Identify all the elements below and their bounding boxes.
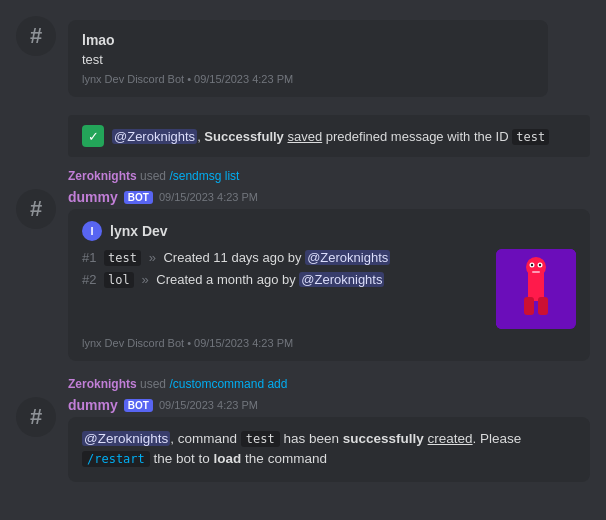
- success-text: @Zeroknights, Successfully saved predefi…: [112, 129, 549, 144]
- svg-rect-9: [532, 271, 540, 273]
- item-name-1: test: [104, 250, 141, 266]
- item-num-2: #2: [82, 272, 96, 287]
- message-block-4: Zeroknights used /customcommand add # du…: [16, 377, 590, 486]
- message-footer: lynx Dev Discord Bot • 09/15/2023 4:23 P…: [82, 73, 534, 85]
- message-body: test: [82, 52, 534, 67]
- command-text: @Zeroknights, command test has been succ…: [82, 429, 576, 470]
- embed-list: #1 test » Created 11 days ago by @Zerokn…: [82, 249, 484, 289]
- success-message: ✓ @Zeroknights, Successfully saved prede…: [68, 115, 590, 157]
- message-block-2: ✓ @Zeroknights, Successfully saved prede…: [16, 113, 590, 157]
- slash-command-1: /sendmsg list: [169, 169, 239, 183]
- bot-username-3: dummy: [68, 189, 118, 205]
- arrow-2: »: [141, 272, 152, 287]
- avatar: #: [16, 16, 56, 56]
- avatar-3: #: [16, 189, 56, 229]
- message-content-3: dummy BOT 09/15/2023 4:23 PM l lynx Dev …: [68, 189, 590, 361]
- message-group-3: # dummy BOT 09/15/2023 4:23 PM l lynx De…: [16, 185, 590, 365]
- system-message-box: lmao test lynx Dev Discord Bot • 09/15/2…: [68, 20, 548, 97]
- chat-container: # lmao test lynx Dev Discord Bot • 09/15…: [0, 0, 606, 510]
- slash-used-label-2: used: [140, 377, 169, 391]
- embed-item-1: #1 test » Created 11 days ago by @Zerokn…: [82, 249, 484, 267]
- slash-username-1: Zeroknights: [68, 169, 137, 183]
- bot-message-box-3: l lynx Dev #1 test » Created 11 days ago…: [68, 209, 590, 361]
- item-label-1: Created 11 days ago by: [163, 250, 305, 265]
- success-row: ✓ @Zeroknights, Successfully saved prede…: [16, 115, 590, 157]
- slash-used-row-2: Zeroknights used /customcommand add: [16, 377, 590, 391]
- timestamp-3: 09/15/2023 4:23 PM: [159, 191, 258, 203]
- response-slash-restart: /restart: [82, 451, 150, 467]
- svg-rect-2: [524, 297, 534, 315]
- item-mention-2: @Zeroknights: [299, 272, 384, 287]
- embed-title: lynx Dev: [110, 223, 168, 239]
- item-num-1: #1: [82, 250, 96, 265]
- message-group-4: # dummy BOT 09/15/2023 4:23 PM @Zeroknig…: [16, 393, 590, 486]
- response-bold-load: load: [214, 451, 242, 466]
- item-mention-1: @Zeroknights: [305, 250, 390, 265]
- message-group-1: # lmao test lynx Dev Discord Bot • 09/15…: [16, 12, 590, 101]
- slash-used-row-1: Zeroknights used /sendmsg list: [16, 169, 590, 183]
- svg-point-8: [539, 264, 541, 266]
- embed-thumbnail: [496, 249, 576, 329]
- arrow-1: »: [149, 250, 160, 265]
- embed-footer: lynx Dev Discord Bot • 09/15/2023 4:23 P…: [82, 337, 576, 349]
- item-name-2: lol: [104, 272, 134, 288]
- slash-command-2: /customcommand add: [169, 377, 287, 391]
- embed-item-2: #2 lol » Created a month ago by @Zerokni…: [82, 271, 484, 289]
- mention-zeroknights: @Zeroknights: [112, 129, 197, 144]
- underline-saved: saved: [287, 129, 322, 144]
- message-title: lmao: [82, 32, 534, 48]
- message-header-3: dummy BOT 09/15/2023 4:23 PM: [68, 189, 590, 205]
- timestamp-4: 09/15/2023 4:23 PM: [159, 399, 258, 411]
- response-underline-created: created: [428, 431, 473, 446]
- thumbnail-svg: [496, 249, 576, 329]
- avatar-4: #: [16, 397, 56, 437]
- response-mention: @Zeroknights: [82, 431, 170, 446]
- message-content-1: lmao test lynx Dev Discord Bot • 09/15/2…: [68, 16, 590, 97]
- embed-header: l lynx Dev: [82, 221, 576, 241]
- message-content-4: dummy BOT 09/15/2023 4:23 PM @Zeroknight…: [68, 397, 590, 482]
- item-label-2: Created a month ago by: [156, 272, 299, 287]
- bold-successfully: Successfully: [204, 129, 284, 144]
- bot-tag-4: BOT: [124, 399, 153, 412]
- slash-username-2: Zeroknights: [68, 377, 137, 391]
- svg-point-4: [526, 257, 546, 277]
- embed-icon: l: [82, 221, 102, 241]
- bot-tag-3: BOT: [124, 191, 153, 204]
- message-header-4: dummy BOT 09/15/2023 4:23 PM: [68, 397, 590, 413]
- response-code: test: [241, 431, 280, 447]
- svg-rect-3: [538, 297, 548, 315]
- check-icon: ✓: [82, 125, 104, 147]
- message-block-1: # lmao test lynx Dev Discord Bot • 09/15…: [16, 12, 590, 101]
- id-code: test: [512, 129, 549, 145]
- embed-body: #1 test » Created 11 days ago by @Zerokn…: [82, 249, 576, 329]
- command-response: @Zeroknights, command test has been succ…: [68, 417, 590, 482]
- message-block-3: Zeroknights used /sendmsg list # dummy B…: [16, 169, 590, 365]
- response-bold-successfully: successfully: [343, 431, 424, 446]
- bot-username-4: dummy: [68, 397, 118, 413]
- slash-used-label: used: [140, 169, 169, 183]
- svg-point-7: [531, 264, 533, 266]
